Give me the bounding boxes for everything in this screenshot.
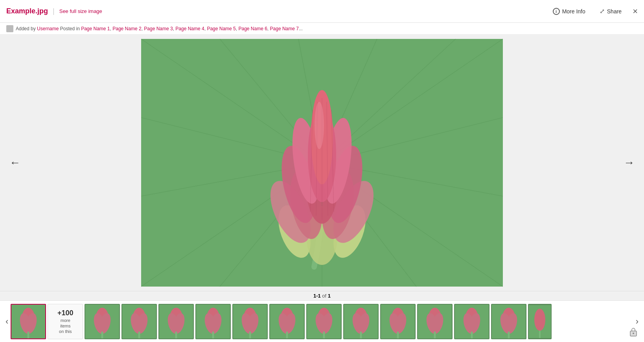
page-links: Page Name 1, Page Name 2, Page Name 3, P…	[81, 26, 303, 31]
posted-in-prefix: Posted in	[60, 26, 80, 31]
thumbnail-item[interactable]	[11, 304, 46, 339]
more-count: +100	[57, 309, 74, 317]
thumbnail-item[interactable]	[417, 304, 453, 339]
avatar-icon	[6, 25, 13, 32]
page-link[interactable]: Page Name 6	[238, 26, 267, 31]
page-link[interactable]: Page Name 7	[270, 26, 299, 31]
page-link[interactable]: Page Name 5	[207, 26, 236, 31]
info-icon: i	[553, 8, 560, 15]
svg-point-35	[315, 102, 324, 149]
thumbnail-item[interactable]	[121, 304, 157, 339]
main-image-area: ←	[0, 35, 644, 291]
lock-icon-area	[629, 327, 638, 338]
thumbnail-item[interactable]	[380, 304, 416, 339]
thumbnail-item[interactable]	[195, 304, 231, 339]
added-by-prefix: Added by	[16, 26, 36, 31]
filmstrip-next-button[interactable]: ›	[633, 316, 641, 327]
filmstrip-area: ‹ +100 more items on this	[0, 300, 644, 342]
username-link[interactable]: Username	[37, 26, 59, 31]
title-divider: |	[53, 7, 55, 15]
main-image	[141, 35, 503, 291]
header: Example.jpg | See full size image i More…	[0, 0, 644, 23]
pagination-current: 1-1	[313, 293, 321, 299]
file-title[interactable]: Example.jpg	[6, 7, 48, 15]
thumbnail-item[interactable]	[269, 304, 305, 339]
image-container	[0, 35, 644, 291]
filmstrip-prev-button[interactable]: ‹	[3, 316, 11, 327]
close-button[interactable]: ×	[633, 7, 638, 16]
share-label: Share	[607, 8, 622, 15]
header-right: i More Info ⤢ Share ×	[550, 6, 638, 17]
page-link[interactable]: Page Name 1	[81, 26, 110, 31]
thumbnail-item[interactable]	[158, 304, 194, 339]
thumbnail-item[interactable]	[528, 304, 552, 339]
more-line2: items	[60, 324, 70, 328]
thumbnail-item[interactable]	[85, 304, 120, 339]
see-full-size-link[interactable]: See full size image	[59, 8, 102, 14]
thumbnail-item[interactable]	[491, 304, 526, 339]
page-link[interactable]: Page Name 2	[112, 26, 141, 31]
page-link[interactable]: Page Name 3	[144, 26, 173, 31]
thumbnail-item[interactable]	[232, 304, 268, 339]
pagination: 1-1 of 1	[0, 291, 644, 300]
thumbnails-container: +100 more items on this	[11, 304, 633, 339]
more-items-box[interactable]: +100 more items on this	[48, 304, 83, 339]
share-button[interactable]: ⤢ Share	[596, 6, 625, 17]
prev-arrow[interactable]: ←	[6, 153, 24, 172]
pagination-total: 1	[328, 293, 331, 299]
pagination-of: of	[322, 293, 326, 299]
thumbnail-item[interactable]	[343, 304, 379, 339]
svg-point-105	[633, 333, 634, 334]
lock-icon	[629, 327, 638, 336]
next-arrow[interactable]: →	[620, 153, 638, 172]
more-line1: more	[61, 318, 70, 323]
more-info-label: More Info	[562, 8, 585, 15]
svg-point-102	[534, 309, 545, 331]
header-left: Example.jpg | See full size image	[6, 7, 102, 15]
thumbnail-item[interactable]	[454, 304, 489, 339]
more-info-button[interactable]: i More Info	[550, 6, 589, 17]
sub-header: Added by Username Posted in Page Name 1,…	[0, 23, 644, 35]
page-link[interactable]: Page Name 4	[175, 26, 204, 31]
thumbnail-item[interactable]	[306, 304, 342, 339]
share-icon: ⤢	[600, 7, 605, 15]
more-line3: on this	[59, 329, 72, 334]
